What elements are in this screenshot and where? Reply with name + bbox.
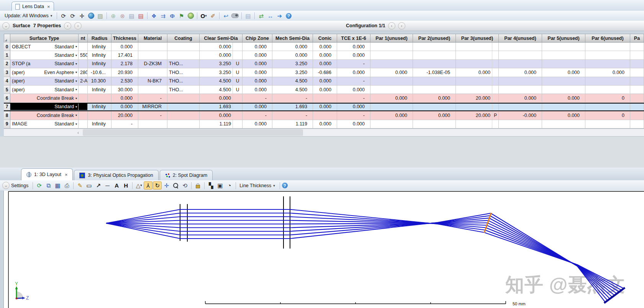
cell-thickness[interactable]: 20.930 [111,68,138,77]
cell-conic[interactable]: 0.000 [313,60,337,68]
cell-chip[interactable]: 0.000 [243,60,272,68]
cell-coating[interactable]: THO... [167,86,200,94]
cell-thickness[interactable]: 2.178 [111,60,138,68]
cell-par6[interactable] [585,60,630,68]
reset-view-icon[interactable]: ⟲ [180,181,189,189]
cell-tce[interactable]: 0.000 [337,68,370,77]
cell-material[interactable] [138,120,167,128]
cell-mech[interactable]: - [272,94,313,102]
column-header-comment[interactable]: nt [79,34,88,43]
undo-curve-icon[interactable]: ↩ [221,12,230,20]
cell-material[interactable]: D-ZK3M [138,60,167,68]
cell-conic[interactable] [313,94,337,102]
crosshair-icon[interactable]: ✛ [77,12,86,20]
cell-comment[interactable]: 2-A [79,77,88,86]
cell-par5[interactable] [542,51,585,59]
cell-radius[interactable]: Infinity [88,43,111,51]
cell-coating[interactable] [167,43,200,51]
cell-surface-type[interactable]: Standard▾ [10,104,79,110]
cell-thickness[interactable]: 20.000 [111,111,138,120]
cell-pa[interactable] [630,77,644,86]
cell-comment[interactable] [79,86,88,94]
row-number[interactable]: 3 [4,68,10,77]
cell-par3[interactable] [456,60,499,68]
cell-material[interactable]: - [138,94,167,102]
cell-clear[interactable]: 0.000 [200,94,243,102]
surface-type-dropdown[interactable]: Standard▾ [54,87,77,92]
cell-par4[interactable] [499,77,542,86]
settings-label[interactable]: Settings [11,183,28,188]
cell-radius[interactable] [88,94,111,102]
solve-flag[interactable] [492,43,498,51]
cell-material[interactable] [138,68,167,77]
solve-flag[interactable] [233,104,242,110]
cell-conic[interactable]: 0.000 [313,104,337,110]
cell-radius[interactable] [88,111,111,120]
surface-type-dropdown[interactable]: Standard▾ [54,44,77,49]
cell-par5[interactable] [542,120,585,128]
surface-type-dropdown[interactable]: Standard▾ [54,78,77,84]
prev-property-button[interactable]: ‹ [64,22,71,30]
cell-clear[interactable]: 1.119 [200,120,243,128]
cell-mech[interactable]: 1.693 [272,104,313,110]
cell-clear[interactable]: 0.000 [200,51,243,59]
surface-type-dropdown[interactable]: Even Asphere▾ [44,70,77,75]
cell-par3[interactable] [456,51,499,59]
cell-mech[interactable]: 4.500 [272,77,313,86]
update-mode-dropdown[interactable]: Update: All Windows ▾ [3,12,55,19]
cell-clear[interactable]: 1.693 [200,104,243,110]
solve-flag[interactable] [233,43,242,51]
insert-multiple-icon[interactable]: ▤ [127,12,136,20]
pan-icon[interactable]: ✛ [162,181,171,189]
solve-flag[interactable] [233,94,242,102]
cell-comment[interactable] [79,43,88,51]
cell-conic[interactable]: 0.000 [313,43,337,51]
insert-surface-icon[interactable]: ⊕ [109,12,118,20]
cell-comment[interactable] [79,120,88,128]
brush-icon[interactable]: ✐ [208,12,217,20]
cell-surface-type[interactable]: OBJECTStandard▾ [10,43,79,51]
cell-par5[interactable]: 0.000 [542,94,585,102]
cell-material[interactable] [138,51,167,59]
zoom-icon[interactable] [171,181,180,189]
delete-multiple-icon[interactable]: ▤ [136,12,145,20]
row-number[interactable]: 0 [4,43,10,51]
cell-thickness[interactable]: - [111,120,138,128]
text-a-icon[interactable]: A [112,181,121,189]
cell-conic[interactable]: 0.000 [313,77,337,86]
cell-par3[interactable] [456,104,499,110]
circle-dropdown-icon[interactable]: O▾ [199,12,208,20]
cell-conic[interactable]: 0.000 [313,120,337,128]
cell-par6[interactable] [585,86,630,94]
cell-par1[interactable]: 0.000 [370,94,413,102]
solve-flag[interactable]: U [233,77,242,85]
cell-par3[interactable] [456,77,499,86]
cell-tce[interactable]: - [337,111,370,120]
cell-chip[interactable]: 0.000 [243,77,272,86]
column-header-par2[interactable]: Par 2(unused) [413,34,456,43]
rotate-view-icon[interactable]: ↻ [153,181,162,189]
cell-tce[interactable]: 0.000 [337,43,370,51]
solve-flag[interactable] [492,94,498,102]
cell-par5[interactable]: 0.000 [542,111,585,120]
surface-type-dropdown[interactable]: Coordinate Break▾ [37,113,77,118]
cell-par4[interactable]: 0.000 [499,94,542,102]
cell-coating[interactable] [167,51,200,59]
cell-radius[interactable]: Infinity [88,86,111,94]
arrow-tool-icon[interactable]: ↗ [94,181,103,189]
cell-material[interactable]: N-BK7 [138,77,167,86]
cell-surface-type[interactable]: (aper)Standard▾ [10,86,79,94]
prev-configuration-button[interactable]: ‹ [388,22,395,30]
solve-flag[interactable] [492,104,498,110]
rotate-y-icon[interactable]: ⅄ [144,181,152,189]
toggle-icon[interactable] [231,12,239,20]
column-header-par6[interactable]: Par 6(unused) [585,34,630,43]
cell-chip[interactable]: 0.000 [243,120,272,128]
solve-flag[interactable] [492,60,498,68]
refresh-window-icon[interactable]: ⟳ [59,12,68,20]
next-property-button[interactable]: › [74,22,82,30]
row-number[interactable]: 2 [4,60,10,68]
solve-flag[interactable] [492,68,498,76]
solve-flag[interactable] [492,51,498,59]
cell-pa[interactable] [630,120,644,128]
